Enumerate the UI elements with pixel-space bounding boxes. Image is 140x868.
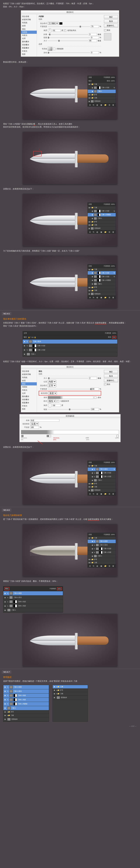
style-options: 内阴影 结构 混合模式 正片叠底 不透明度 % 角度 度 [37,14,103,57]
stop-1[interactable] [47,435,49,437]
preview-checkbox[interactable] [104,29,106,32]
visibility-icon[interactable]: ◉ [92,87,93,89]
global-light-checkbox[interactable] [64,29,66,32]
style-item[interactable]: 渐变叠加 [21,43,37,46]
size-input[interactable] [89,377,97,379]
layer-name[interactable]: 刀身-1 [98,90,102,92]
opacity-slider[interactable] [48,26,90,27]
visibility-icon[interactable]: ◉ [89,94,90,96]
style-item[interactable]: 混合选项 [21,15,37,18]
opacity-input[interactable] [91,25,99,28]
style-item[interactable]: 投影 [21,53,37,56]
style-item[interactable]: 内发光 [21,34,37,37]
subheading: 整理图层 [3,676,137,679]
stop-3[interactable] [116,435,119,437]
gradient-bar[interactable] [21,430,119,434]
size-label: 大小 [39,39,47,42]
angle-input[interactable] [53,29,61,32]
style-item-selected[interactable]: 描边 [21,382,37,385]
style-item[interactable]: 外发光 [21,50,37,53]
stop-2[interactable] [49,435,51,437]
gradtype-select[interactable]: 实底 [30,422,39,426]
scale-input[interactable] [91,408,99,411]
blend-mode[interactable]: 正常 [24,332,27,334]
new-style-button[interactable]: 新建样式... [104,24,118,28]
cancel-button[interactable]: 取消 [104,374,118,378]
section-tag: NO.4-7 [2,671,11,674]
fill-value[interactable]: 0% [112,336,116,339]
visibility-icon[interactable]: ◉ [89,83,90,85]
layer-name[interactable]: 刀柄 [94,97,97,99]
angle-dial[interactable] [48,28,52,33]
layer-name[interactable]: 背景副本 [94,100,101,102]
ok-button[interactable]: 确定 [104,370,118,374]
t: 框的约束控制复选框。使其取消勾选状态位置。即把前头为凸起的圆路径改成双曲线路径： [3,126,80,128]
blend-mode[interactable]: 穿透 [89,76,92,79]
style-item[interactable]: 描边 [21,28,37,31]
stop-0[interactable] [21,435,24,437]
color-swatch[interactable] [59,22,63,25]
visibility-icon[interactable]: ◉ [89,100,90,102]
layers-panel[interactable]: 穿透不透明度: 100% ◉▾📁刀身 ◉↳刀身-2-高光fx ◉↳刀身-2-光影… [88,461,116,496]
new-style-button[interactable]: 新建样式... [104,379,118,382]
step1-intro: 给图层 "刀身-1-光影" 添加内阴影样式。混合模式：正片叠底；不透明度：75%… [0,0,140,10]
layer-name[interactable]: 刀身-1-光影 [101,87,109,89]
style-item-selected[interactable]: 内阴影 [21,31,37,34]
layers-before[interactable]: ◉↳刀身-2-材质 ◉↳刀身-2-高光 ◉↳刀身-2-光影 ◉↳刀身-1-光影 … [3,685,49,722]
distance-slider[interactable] [48,34,88,35]
blend-mode-select[interactable]: 正片叠底 [48,22,59,25]
layers-footer[interactable]: ⊕fx◐▣📁⊞🗑 [88,103,116,106]
layers-panel[interactable]: 穿透不透明度: 100% 锁定填充: 100% ◉▾📁刀身 ◉刀身-1-光影fx… [88,75,116,106]
style-item[interactable]: 颜色叠加 [21,40,37,43]
t: ，再点击直接选择工具 ▸，改变工具的属性 [36,123,72,125]
choke-slider[interactable] [48,37,90,38]
noise-input[interactable] [91,51,99,54]
cancel-button[interactable]: 取消 [104,20,118,23]
section-4-5: NO.4-5 [0,311,140,315]
style-item[interactable]: 等高线 [21,21,37,24]
angle-dial[interactable] [48,403,52,407]
layers-strip-2[interactable]: 叠加 不透明度 30% ◉↳刀身-2-材质 ◉↳刀身-2-高光 ◉↳刀身-2-光… [3,586,63,613]
opacity-input[interactable] [91,388,99,390]
noise-slider[interactable] [48,52,90,53]
style-item[interactable]: 光泽 [21,37,37,40]
layers-panel[interactable]: 穿透不透明度: 100% ◉▾📁刀身 ◉刀身-2-光影fx ◉刀身-1-光影fx… [88,264,116,299]
antialias-checkbox[interactable] [53,48,55,50]
layers-panel[interactable]: 穿透不透明度: 100% ◉▾📁刀身 ◉刀身-1-光影fx ◉刀身-1-内阴影 … [88,203,116,234]
style-item[interactable]: 纹理 [21,24,37,28]
blend-mode[interactable]: 叠加 [4,587,9,590]
gradient-stops[interactable] [21,435,119,437]
fx-icon[interactable]: fx [114,87,115,89]
choke-input[interactable] [91,36,99,39]
blend-select[interactable]: 正常 [48,384,56,387]
layers-panel[interactable]: 穿透不透明度: 100% ◉▾📁刀身 ◉↳刀身-2-材质 ◉↳刀身-2-高光 ◉… [88,533,116,568]
gradient-preview[interactable] [48,396,94,399]
layer-name[interactable]: 护手 [94,94,97,96]
layers-after[interactable]: ◉▸📁刀身 ◉▸📁护手 ◉▸📁刀柄 ◉背景副本 [53,685,88,722]
size-slider[interactable] [48,40,88,41]
opacity-value[interactable]: 30% [57,587,62,590]
visibility-icon[interactable]: ◉ [89,97,90,99]
distance-input[interactable] [89,33,97,36]
style-list[interactable]: 混合选项 斜面和浮雕 等高线 纹理 描边 内阴影 内发光 光泽 颜色叠加 渐变叠… [21,369,37,412]
gradstyle-select[interactable]: 线性 [48,399,56,403]
grad-name-input[interactable] [30,419,59,422]
contour-picker[interactable] [48,47,52,51]
visibility-icon[interactable]: ◉ [92,91,93,92]
t: 再给 "刀身-2-高光" 图层的填充改成0%： [3,324,137,328]
style-item[interactable]: 图案叠加 [21,46,37,50]
style-item[interactable]: 斜面和浮雕 [21,18,37,21]
layer-name[interactable]: 刀身 [94,83,97,85]
angle-input[interactable] [53,404,61,407]
filltype-select[interactable]: 渐变 [48,392,57,395]
layers-strip-1[interactable]: 正常 不透明度 100% 锁定🔒 ✎ ⊕ 🔓 填充 0% ◉↳刀身-2-高光 ◉… [23,331,117,356]
result-figure-2 [23,132,117,184]
smooth-input[interactable] [30,426,39,429]
style-list[interactable]: 混合选项 斜面和浮雕 等高线 纹理 描边 内阴影 内发光 光泽 颜色叠加 渐变叠… [21,14,37,57]
size-input[interactable] [89,39,97,42]
step3-text: 为了更加精确的表现刀身的质感，复制图层 "刀身-1-光影" 新建一层，命名为 "… [0,247,140,255]
result-figure-5: 穿透不透明度: 100% ◉▾📁刀身 ◉↳刀身-2-高光fx ◉↳刀身-2-光影… [23,452,117,504]
position-select[interactable]: 内部 [48,380,56,383]
ok-button[interactable]: 确定 [104,15,118,19]
blend-text: 将图层 "刀身-2-材质" 的样式改成：叠加，不透明度改成：30%： [0,578,140,585]
